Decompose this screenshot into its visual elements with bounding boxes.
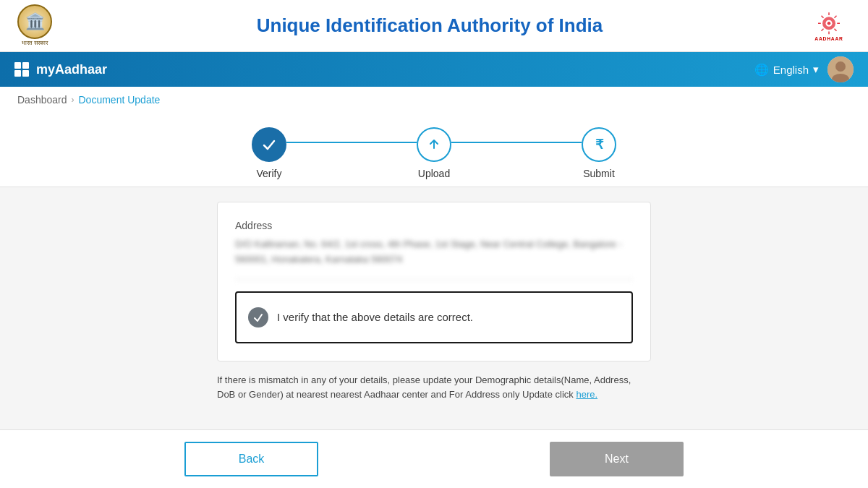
emblem-text: भारत सरकार bbox=[22, 40, 48, 47]
next-button[interactable]: Next bbox=[550, 442, 684, 476]
breadcrumb-separator: › bbox=[72, 95, 75, 105]
nav-bar: myAadhaar 🌐 English ▾ bbox=[0, 52, 868, 87]
chevron-down-icon: ▾ bbox=[813, 63, 819, 76]
step-submit-circle: ₹ bbox=[582, 127, 616, 162]
svg-line-8 bbox=[822, 28, 824, 30]
info-link[interactable]: here. bbox=[576, 389, 597, 400]
breadcrumb: Dashboard › Document Update bbox=[0, 87, 868, 113]
globe-icon: 🌐 bbox=[754, 63, 769, 77]
stepper: Verify Upload ₹ Submit bbox=[252, 127, 616, 179]
nav-right: 🌐 English ▾ bbox=[754, 56, 854, 82]
verify-text: I verify that the above details are corr… bbox=[277, 311, 473, 323]
step-line-1 bbox=[286, 142, 417, 143]
step-verify: Verify bbox=[252, 127, 286, 179]
svg-text:AADHAAR: AADHAAR bbox=[814, 35, 843, 40]
emblem-circle: 🏛️ bbox=[17, 4, 52, 39]
step-verify-label: Verify bbox=[256, 168, 281, 179]
nav-app-title: myAadhaar bbox=[36, 62, 107, 77]
step-submit-label: Submit bbox=[583, 168, 615, 179]
main-content: Address D/O Kalliraman, No. 64/2, 1st cr… bbox=[0, 187, 868, 429]
svg-line-6 bbox=[835, 28, 837, 30]
page-title: Unique Identification Authority of India bbox=[52, 14, 807, 37]
breadcrumb-current: Document Update bbox=[79, 94, 161, 106]
step-verify-circle bbox=[252, 127, 286, 162]
svg-line-5 bbox=[822, 15, 824, 17]
step-line-2 bbox=[451, 142, 582, 143]
step-upload-label: Upload bbox=[418, 168, 450, 179]
language-selector[interactable]: 🌐 English ▾ bbox=[754, 63, 819, 77]
aadhaar-logo-graphic: AADHAAR bbox=[807, 9, 851, 43]
step-upload: Upload bbox=[417, 127, 451, 179]
back-button[interactable]: Back bbox=[184, 442, 318, 476]
svg-line-7 bbox=[835, 15, 837, 17]
verify-check-icon bbox=[248, 307, 268, 328]
verify-checkbox-box[interactable]: I verify that the above details are corr… bbox=[235, 291, 633, 343]
grid-icon bbox=[14, 62, 29, 77]
step-upload-circle bbox=[417, 127, 451, 162]
step-submit: ₹ Submit bbox=[582, 127, 616, 179]
top-header: 🏛️ भारत सरकार Unique Identification Auth… bbox=[0, 0, 868, 52]
svg-point-13 bbox=[835, 61, 846, 72]
govt-emblem: 🏛️ भारत सरकार bbox=[17, 4, 52, 47]
language-label: English bbox=[773, 64, 809, 76]
address-value: D/O Kalliraman, No. 64/2, 1st cross, 4th… bbox=[235, 237, 633, 280]
govt-emblem-area: 🏛️ भारत सरकार bbox=[17, 4, 52, 47]
address-label: Address bbox=[235, 220, 633, 231]
aadhaar-logo-area: AADHAAR bbox=[807, 9, 851, 43]
svg-point-10 bbox=[827, 22, 831, 25]
stepper-section: Verify Upload ₹ Submit bbox=[0, 113, 868, 187]
breadcrumb-dashboard[interactable]: Dashboard bbox=[17, 94, 67, 106]
nav-left: myAadhaar bbox=[14, 62, 107, 77]
user-avatar[interactable] bbox=[827, 56, 854, 82]
footer-buttons: Back Next bbox=[0, 429, 868, 488]
info-text: If there is mismatch in any of your deta… bbox=[217, 373, 651, 403]
address-card: Address D/O Kalliraman, No. 64/2, 1st cr… bbox=[217, 202, 651, 361]
info-main-text: If there is mismatch in any of your deta… bbox=[217, 374, 631, 401]
